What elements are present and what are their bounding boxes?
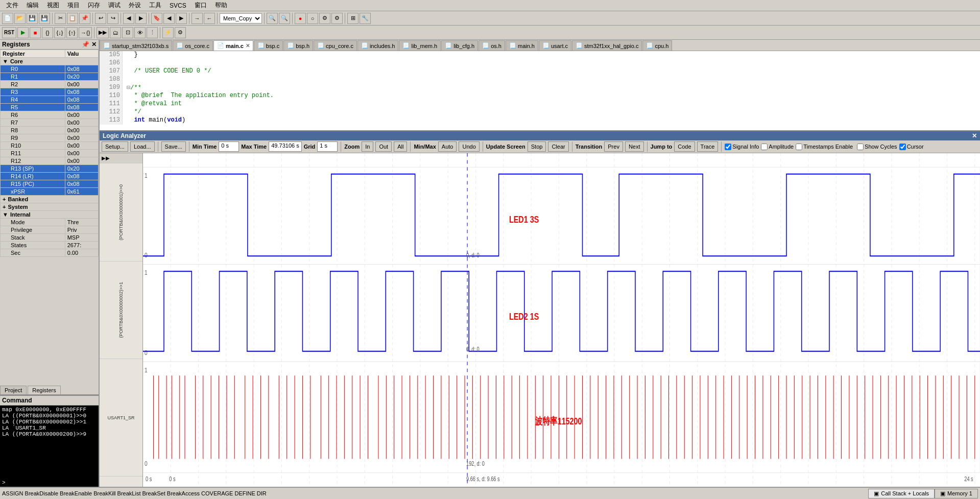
bookmark-prev-btn[interactable]: ◀ [163, 13, 175, 24]
tab-memory[interactable]: ▣ Memory 1 [935, 489, 978, 498]
file-tab-1[interactable]: 📃os_core.c [173, 40, 213, 51]
la-setup-btn[interactable]: Setup... [102, 141, 128, 152]
menu-tools[interactable]: 工具 [145, 0, 165, 11]
tab-call-stack[interactable]: ▣ Call Stack + Locals [868, 489, 935, 498]
open-btn[interactable]: 📂 [14, 13, 26, 24]
debug-more-btn[interactable]: ⚙ [331, 13, 343, 24]
la-showcycles-check[interactable]: Show Cycles [857, 144, 897, 150]
find-btn[interactable]: 🔍 [279, 13, 290, 24]
reg-row-R8[interactable]: R80x00 [1, 127, 99, 134]
reg-row-R0[interactable]: R00x08 [1, 65, 99, 73]
cut-btn[interactable]: ✂ [55, 13, 66, 24]
reg-group-system[interactable]: +System [1, 203, 99, 211]
reg-group-banked[interactable]: +Banked [1, 196, 99, 203]
step-over-btn[interactable]: {} [42, 27, 53, 38]
new-file-btn[interactable]: 📄 [2, 13, 13, 24]
la-clear-btn[interactable]: Clear [548, 141, 568, 152]
step-out-btn[interactable]: {↑} [66, 27, 78, 38]
step-run-btn[interactable]: ▶▶ [97, 27, 109, 38]
reg-row-R3[interactable]: R30x08 [1, 88, 99, 96]
save-all-btn[interactable]: 💾 [39, 13, 50, 24]
rst-btn[interactable]: RST [2, 27, 16, 38]
registers-pin-icon[interactable]: 📌 [82, 41, 89, 48]
menu-peripheral[interactable]: 外设 [125, 0, 145, 11]
unindent-btn[interactable]: ← [204, 13, 215, 24]
paste-btn[interactable]: 📌 [79, 13, 90, 24]
menu-window[interactable]: 窗口 [190, 0, 211, 11]
la-close-icon[interactable]: ✕ [972, 132, 977, 139]
search-btn[interactable]: 🔍 [267, 13, 278, 24]
reg-row-R14__LR_[interactable]: R14 (LR)0x08 [1, 173, 99, 180]
reg-row-R4[interactable]: R40x08 [1, 96, 99, 104]
file-tab-close-2[interactable]: ✕ [246, 43, 250, 49]
file-tab-5[interactable]: 📃cpu_core.c [314, 40, 357, 51]
la-load-btn[interactable]: Load... [130, 141, 155, 152]
tools-btn[interactable]: 🔧 [360, 13, 371, 24]
internal-reg-row-4[interactable]: Sec0.00 [1, 249, 99, 257]
stop-debug-btn[interactable]: ■ [30, 27, 41, 38]
la-timestamps-check[interactable]: Timestamps Enable [796, 144, 853, 150]
la-zoom-all-btn[interactable]: All [394, 141, 407, 152]
file-tab-9[interactable]: 📃os.h [479, 40, 505, 51]
reg-row-xPSR[interactable]: xPSR0x61 [1, 188, 99, 196]
internal-reg-row-2[interactable]: StackMSP [1, 234, 99, 242]
reg-row-R11[interactable]: R110x00 [1, 150, 99, 157]
indent-btn[interactable]: → [192, 13, 203, 24]
function-combo[interactable]: Mem_Copy [220, 13, 262, 23]
la-next-btn[interactable]: Next [625, 141, 644, 152]
file-tab-3[interactable]: 📃bsp.c [254, 40, 283, 51]
nav-forward-btn[interactable]: ▶ [135, 13, 147, 24]
bookmark-next-btn[interactable]: ▶ [176, 13, 187, 24]
menu-edit[interactable]: 编辑 [22, 0, 43, 11]
reg-row-R9[interactable]: R90x00 [1, 134, 99, 142]
reg-group-core[interactable]: ▼Core [1, 58, 99, 65]
la-showcycles-checkbox[interactable] [857, 144, 864, 150]
tab-registers[interactable]: Registers [28, 386, 60, 394]
la-timestamps-checkbox[interactable] [796, 144, 802, 150]
file-tab-11[interactable]: 📃usart.c [539, 40, 571, 51]
la-zoom-out-btn[interactable]: Out [375, 141, 392, 152]
breakpt-btn[interactable]: ⊡ [122, 27, 133, 38]
file-tab-2[interactable]: 📄main.c✕ [213, 40, 253, 51]
registers-close-icon[interactable]: ✕ [91, 41, 97, 48]
save-btn[interactable]: 💾 [27, 13, 38, 24]
reg-row-R15__PC_[interactable]: R15 (PC)0x08 [1, 180, 99, 188]
watch-btn[interactable]: 👁 [134, 27, 146, 38]
bookmark-btn[interactable]: 🔖 [151, 13, 162, 24]
tab-project[interactable]: Project [0, 386, 27, 394]
reg-row-R10[interactable]: R100x00 [1, 142, 99, 150]
reg-row-R13__SP_[interactable]: R13 (SP)0x20 [1, 165, 99, 173]
undo-btn[interactable]: ↩ [95, 13, 106, 24]
reg-row-R7[interactable]: R70x00 [1, 119, 99, 127]
window-btn[interactable]: ⊞ [347, 13, 358, 24]
cmd-input[interactable] [6, 480, 97, 486]
internal-reg-row-3[interactable]: States2677: [1, 242, 99, 249]
copy-btn[interactable]: 📋 [67, 13, 78, 24]
reg-row-R2[interactable]: R20x00 [1, 81, 99, 88]
file-tab-0[interactable]: 📃startup_stm32f103xb.s [100, 40, 172, 51]
run-btn[interactable]: ▶ [17, 27, 29, 38]
menu-project[interactable]: 项目 [63, 0, 84, 11]
file-tab-8[interactable]: 📃lib_cfg.h [441, 40, 478, 51]
internal-reg-row-0[interactable]: ModeThre [1, 219, 99, 226]
la-undo-btn[interactable]: Undo [459, 141, 479, 152]
nav-back-btn[interactable]: ◀ [123, 13, 134, 24]
menu-view[interactable]: 视图 [43, 0, 63, 11]
code-area[interactable]: 105 } 106 107 /* USER CODE END 0 */ 108 … [100, 51, 980, 130]
menu-help[interactable]: 帮助 [211, 0, 231, 11]
la-prev-btn[interactable]: Prev [604, 141, 623, 152]
la-save-btn[interactable]: Save... [161, 141, 186, 152]
la-amplitude-checkbox[interactable] [761, 144, 768, 150]
debug-stop-btn[interactable]: ○ [307, 13, 318, 24]
more-debug-btn[interactable]: ⋮ [147, 27, 158, 38]
reg-row-R6[interactable]: R60x00 [1, 111, 99, 119]
la-amplitude-check[interactable]: Amplitude [761, 144, 794, 150]
reg-group-internal[interactable]: ▼Internal [1, 211, 99, 219]
waveform-area[interactable]: 1 0 1 0 1 0 [143, 153, 980, 487]
reg-row-R5[interactable]: R50x08 [1, 104, 99, 111]
extern-btn[interactable]: ⚡ [162, 27, 174, 38]
la-signal-info-checkbox[interactable] [725, 144, 731, 150]
la-expand-icon[interactable]: ▶▶ [102, 155, 110, 161]
reg-row-R12[interactable]: R120x00 [1, 157, 99, 165]
file-tab-7[interactable]: 📃lib_mem.h [399, 40, 441, 51]
